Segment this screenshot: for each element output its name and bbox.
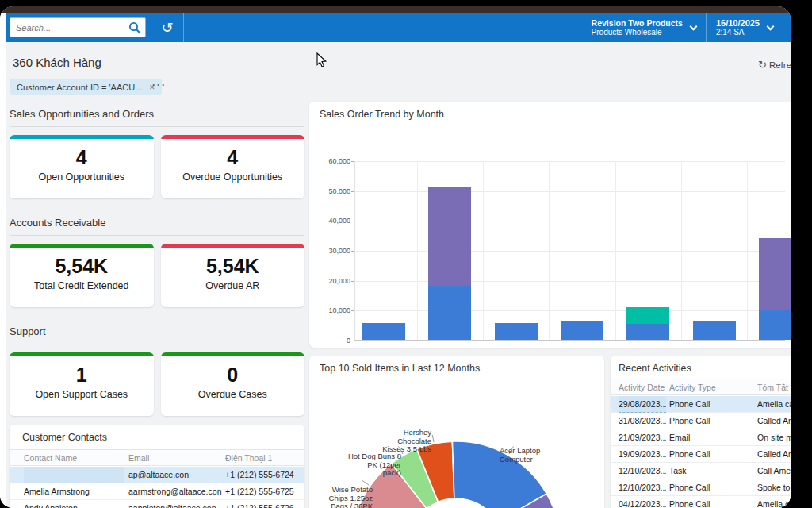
pie-slice-label: Wise PotatoChips 1.25ozBags / 36PK: [314, 486, 373, 508]
x-tick-label: 2024 - Thg12: [400, 346, 465, 348]
table-row[interactable]: 12/10/2023...TaskCall Ameli: [611, 463, 791, 479]
bar-segment[interactable]: [626, 307, 669, 324]
column-header: Điện Thoại 1: [225, 453, 301, 463]
bar-segment[interactable]: [759, 238, 791, 310]
kpi-label: Overdue Opportunities: [161, 171, 305, 183]
more-filters-button[interactable]: ···: [152, 79, 167, 90]
session-timer-icon[interactable]: ↺: [151, 13, 183, 42]
table-row[interactable]: 19/09/2023...Phone CallCalled Am: [611, 446, 791, 463]
table-cell: 29/08/2023...: [619, 396, 666, 413]
y-tick-mark: [351, 310, 354, 311]
table-cell: +1 (212) 555-6725: [225, 487, 301, 496]
bar-segment[interactable]: [561, 321, 603, 340]
y-tick-label: 60,000: [311, 157, 350, 165]
table-row[interactable]: Andy Appletonaappleton@altaace.con+1 (21…: [10, 500, 304, 508]
table-row[interactable]: 04/12/2023...Phone CallAmelia ca: [611, 496, 791, 508]
filter-chip[interactable]: Customer Account ID = 'AACU... ×: [10, 79, 162, 95]
pie-slice-label-line: Computer: [500, 456, 569, 464]
kpi-value: 0: [161, 364, 305, 387]
table-row[interactable]: ap@altaace.con+1 (212) 555-6724: [10, 467, 304, 483]
kpi-card[interactable]: 4Overdue Opportunities: [161, 135, 305, 198]
card-title: Recent Activities: [619, 363, 691, 374]
y-tick-mark: [351, 251, 354, 252]
kpi-card[interactable]: 5,54KOverdue AR: [161, 244, 305, 307]
search-input[interactable]: [16, 23, 127, 33]
table-cell: Phone Call: [669, 499, 753, 508]
y-tick-label: 50,000: [311, 187, 350, 195]
column-header: Tóm Tắt: [757, 383, 791, 392]
x-tick-label: 2025 - Thg2: [532, 346, 596, 348]
table-cell: Called Am: [757, 449, 791, 459]
bar-segment[interactable]: [362, 323, 405, 340]
kpi-value: 5,54K: [161, 255, 305, 278]
refresh-icon: ↻: [758, 59, 767, 71]
gridline-vertical: [549, 161, 550, 340]
kpi-card[interactable]: 0Overdue Cases: [161, 352, 305, 416]
section-title: Support: [10, 325, 304, 344]
table-row[interactable]: 29/08/2023...Phone CallAmelia ca: [611, 396, 791, 413]
table-cell: Spoke to A: [757, 483, 791, 492]
kpi-label: Open Opportunities: [10, 171, 154, 183]
table-cell: 31/08/2023...: [619, 416, 666, 425]
kpi-card[interactable]: 1Open Support Cases: [10, 352, 154, 416]
table-cell: Phone Call: [669, 449, 753, 459]
card-accent-bar: [161, 244, 305, 248]
search-box[interactable]: [10, 17, 146, 37]
kpi-value: 4: [161, 146, 305, 169]
gridline-vertical: [681, 161, 682, 340]
table-cell: Phone Call: [669, 416, 753, 425]
gridline-vertical: [747, 161, 748, 340]
kpi-value: 1: [10, 364, 154, 387]
bar-segment[interactable]: [759, 310, 791, 340]
kpi-card[interactable]: 5,54KTotal Credit Extended: [10, 244, 154, 307]
column-header: Email: [128, 453, 222, 463]
branch-name: Products Wholesale: [592, 28, 683, 37]
y-tick-label: 10,000: [311, 306, 350, 314]
kpi-label: Open Support Cases: [10, 389, 154, 400]
refresh-label: Refresh: [769, 60, 791, 70]
y-tick-mark: [351, 341, 354, 341]
bar-segment[interactable]: [626, 324, 669, 340]
business-date-menu[interactable]: 16/10/2025 2:14 SA: [707, 13, 791, 42]
pie-slice-label: HersheyChocolateKisses 3.5 Lbs: [376, 429, 431, 454]
table-cell: aarmstrong@altaace.con: [128, 487, 222, 496]
refresh-button[interactable]: ↻Refresh: [758, 59, 791, 71]
table-cell: Task: [669, 466, 753, 475]
search-icon[interactable]: [128, 21, 141, 34]
kpi-label: Overdue Cases: [161, 389, 305, 400]
gridline-vertical: [483, 161, 484, 340]
table-cell: 12/10/2023...: [619, 466, 666, 475]
card-accent-bar: [161, 135, 305, 139]
pie-slice-label-line: Bags / 36PK: [314, 502, 373, 508]
table-row[interactable]: Amelia Armstrongaarmstrong@altaace.con+1…: [10, 483, 304, 500]
x-tick-label: 2025 - Thg3: [599, 346, 663, 348]
business-time: 2:14 SA: [716, 28, 760, 37]
bar-segment[interactable]: [428, 286, 471, 340]
bar-segment[interactable]: [495, 323, 538, 340]
kpi-card[interactable]: 4Open Opportunities: [10, 135, 154, 198]
bar-segment[interactable]: [428, 187, 471, 286]
kpi-label: Overdue AR: [161, 280, 305, 291]
chevron-down-icon: [767, 22, 775, 30]
table-cell: Email: [669, 433, 753, 442]
table-row[interactable]: 31/08/2023...Phone CallCalled Am: [611, 413, 791, 429]
gridline-horizontal: [355, 191, 785, 192]
table-cell: Called Am: [757, 416, 791, 425]
table-cell: ap@altaace.con: [128, 470, 222, 479]
company-menu[interactable]: Revision Two Products Products Wholesale: [582, 13, 706, 42]
pie-slice-label-line: pack): [330, 469, 401, 478]
table-cell: +1 (212) 555-6724: [225, 470, 301, 479]
column-header: Activity Type: [669, 383, 753, 392]
mouse-cursor: [316, 52, 327, 68]
bar-segment[interactable]: [693, 321, 736, 340]
table-row[interactable]: 21/09/2023...EmailOn site me: [611, 429, 791, 446]
pie-slice-label-line: Hershey: [376, 429, 431, 437]
chevron-down-icon: [689, 22, 697, 30]
gridline-vertical: [417, 161, 418, 340]
table-cell: Amelia ca: [757, 499, 791, 508]
table-row[interactable]: 12/10/2023...Phone CallSpoke to A: [611, 479, 791, 496]
gridline-vertical: [615, 161, 616, 340]
pie-slice-label: Hot Dog Buns 8PK (12perpack): [330, 452, 401, 478]
kpi-cards: 5,54KTotal Credit Extended5,54KOverdue A…: [10, 244, 304, 307]
y-tick-mark: [351, 281, 354, 282]
